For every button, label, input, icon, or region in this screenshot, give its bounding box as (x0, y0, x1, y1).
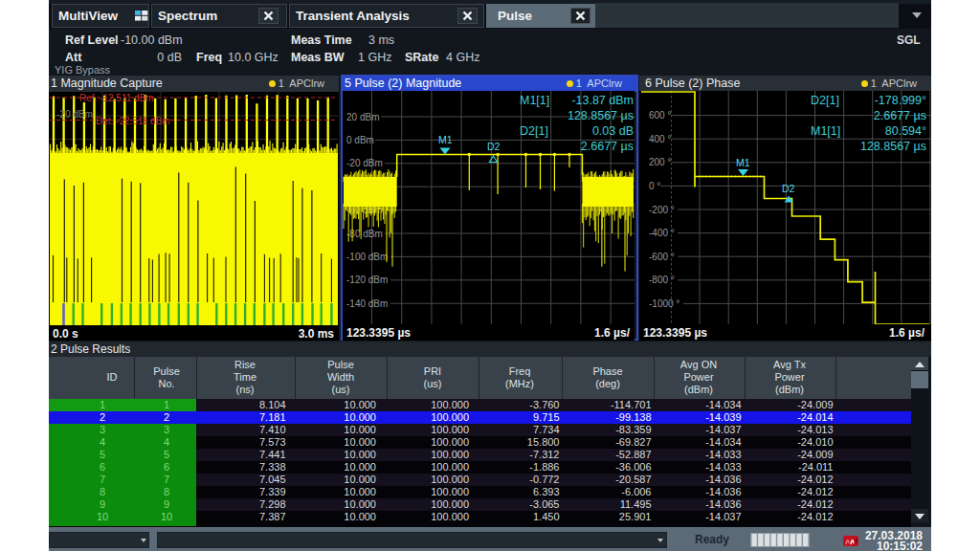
svg-text:M1[1]: M1[1] (811, 124, 840, 138)
svg-text:80.594°: 80.594° (885, 124, 926, 138)
svg-text:-140 dBm: -140 dBm (346, 298, 388, 309)
svg-text:-20 dBm: -20 dBm (56, 109, 93, 120)
svg-text:-20 dBm: -20 dBm (346, 158, 383, 168)
svg-text:-178.999°: -178.999° (875, 94, 926, 107)
svg-text:M1: M1 (438, 134, 453, 145)
svg-text:-800 °: -800 ° (649, 275, 675, 285)
svg-text:1.6 µs/: 1.6 µs/ (594, 326, 631, 340)
svg-text:-200 °: -200 ° (649, 205, 675, 215)
svg-text:-400 °: -400 ° (649, 228, 675, 238)
svg-text:M1: M1 (736, 157, 750, 168)
svg-text:Ref. -12.511 dBm: Ref. -12.511 dBm (79, 93, 154, 103)
svg-text:-120 dBm: -120 dBm (346, 275, 388, 285)
svg-text:0.03 dB: 0.03 dB (592, 124, 634, 138)
svg-text:D2: D2 (782, 183, 795, 194)
svg-text:128.8567 µs: 128.8567 µs (568, 109, 634, 122)
svg-text:M1[1]: M1[1] (520, 94, 549, 107)
svg-text:D2[1]: D2[1] (520, 124, 548, 138)
svg-text:D2[1]: D2[1] (811, 94, 839, 107)
svg-text:0 °: 0 ° (649, 181, 660, 191)
svg-text:123.3395 µs: 123.3395 µs (346, 326, 411, 340)
svg-text:0 dBm: 0 dBm (346, 135, 374, 145)
svg-text:-13.87 dBm: -13.87 dBm (571, 94, 634, 107)
svg-text:128.8567 µs: 128.8567 µs (860, 140, 926, 153)
svg-text:-600 °: -600 ° (649, 252, 675, 262)
svg-text:400 °: 400 ° (649, 134, 671, 144)
svg-text:-1000 °: -1000 ° (649, 298, 679, 309)
svg-text:-100 dBm: -100 dBm (346, 252, 388, 262)
svg-text:200 °: 200 ° (649, 157, 671, 167)
svg-text:20 dBm: 20 dBm (346, 112, 379, 122)
svg-text:2.6677 µs: 2.6677 µs (874, 109, 926, 122)
svg-text:Det. -22.511 dBm: Det. -22.511 dBm (96, 116, 170, 126)
svg-text:600 °: 600 ° (649, 110, 671, 121)
svg-text:D2: D2 (487, 141, 501, 152)
svg-text:2.6677 µs: 2.6677 µs (581, 140, 634, 153)
svg-text:123.3395 µs: 123.3395 µs (643, 326, 707, 340)
svg-text:1.6 µs/: 1.6 µs/ (889, 326, 925, 340)
svg-text:3.0 ms: 3.0 ms (299, 327, 335, 341)
svg-text:0.0 s: 0.0 s (53, 327, 78, 341)
